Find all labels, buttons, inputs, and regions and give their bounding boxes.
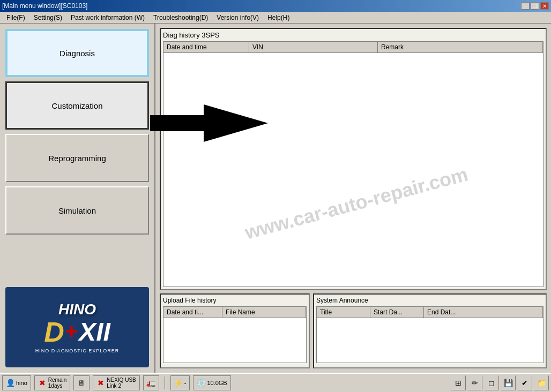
announce-col-end: End Dat... xyxy=(424,307,543,318)
upload-history-table: Date and ti... File Name xyxy=(163,306,307,363)
save-button[interactable]: 💾 xyxy=(501,375,516,390)
system-announce-section: System Announce Title Start Da... End Da… xyxy=(313,293,547,368)
left-panel: Diagnosis Customization Reprogramming Si… xyxy=(0,24,155,373)
hino-brand-text: HINO xyxy=(58,301,96,318)
col-vin-header: VIN xyxy=(249,42,378,52)
usb-label: NEXIQ USB Link 2 xyxy=(107,377,136,389)
taskbar-bolt: ⚡ - xyxy=(170,375,190,390)
col-date-header: Date and time xyxy=(163,42,249,52)
taskbar-divider-1 xyxy=(165,376,165,389)
menu-setting[interactable]: Setting(S) xyxy=(29,13,66,22)
taskbar-monitor: 🖥 xyxy=(73,375,90,390)
check-button[interactable]: ✔ xyxy=(517,375,532,390)
taskbar-usb: ✖ NEXIQ USB Link 2 xyxy=(93,375,139,390)
system-announce-table: Title Start Da... End Dat... xyxy=(316,306,543,363)
taskbar-user: 👤 hino xyxy=(2,375,31,390)
title-bar: [Main menu window][SC0103] − ❒ ✕ xyxy=(0,0,551,12)
menu-bar: File(F) Setting(S) Past work information… xyxy=(0,12,551,24)
upload-history-header: Date and ti... File Name xyxy=(163,307,306,318)
simulation-button[interactable]: Simulation xyxy=(5,186,149,235)
taskbar-username: hino xyxy=(16,380,27,386)
diagnosis-button[interactable]: Diagnosis xyxy=(5,29,149,77)
usb-icon: ✖ xyxy=(96,379,105,387)
dxii-logo: D + XII xyxy=(44,318,110,346)
menu-troubleshooting[interactable]: Troubleshooting(D) xyxy=(149,13,212,22)
diag-history-title: Diag history 3SPS xyxy=(163,31,543,39)
window-controls: − ❒ ✕ xyxy=(521,2,549,10)
upload-history-title: Upload File history xyxy=(163,297,307,304)
menu-file[interactable]: File(F) xyxy=(2,13,29,22)
taskbar-right-icons: ⊞ ✏ ◻ 💾 ✔ 📁 xyxy=(451,375,549,390)
system-announce-header: Title Start Da... End Dat... xyxy=(317,307,543,318)
pencil-button[interactable]: ✏ xyxy=(467,375,482,390)
taskbar: 👤 hino ✖ Remain 1days 🖥 ✖ NEXIQ USB Link… xyxy=(0,373,551,392)
customization-button[interactable]: Customization xyxy=(5,81,149,130)
remain-days-text: Remain 1days xyxy=(48,377,66,389)
taskbar-truck: 🚛 xyxy=(143,375,159,390)
eraser-button[interactable]: ◻ xyxy=(484,375,499,390)
col-remark-header: Remark xyxy=(378,42,543,52)
taskbar-disk: 💿 10.0GB xyxy=(193,375,230,390)
monitor-icon: 🖥 xyxy=(77,379,86,387)
folder-button[interactable]: 📁 xyxy=(534,375,549,390)
announce-col-title: Title xyxy=(317,307,370,318)
dxii-d-letter: D xyxy=(44,318,64,346)
menu-help[interactable]: Help(H) xyxy=(263,13,294,22)
upload-col-file: File Name xyxy=(222,307,306,318)
grid-button[interactable]: ⊞ xyxy=(451,375,466,390)
dxii-ii-letters: XII xyxy=(79,319,110,345)
menu-version-info[interactable]: Version info(V) xyxy=(212,13,263,22)
announce-col-start: Start Da... xyxy=(370,307,424,318)
menu-past-work[interactable]: Past work information (W) xyxy=(66,13,149,22)
minimize-button[interactable]: − xyxy=(521,2,530,10)
diag-history-table: Date and time VIN Remark xyxy=(163,41,543,287)
bolt-icon: ⚡ xyxy=(174,379,183,387)
diag-history-header: Date and time VIN Remark xyxy=(163,42,543,53)
user-icon: 👤 xyxy=(6,379,14,387)
taskbar-remain: ✖ Remain 1days xyxy=(34,375,70,390)
truck-icon: 🚛 xyxy=(147,379,155,387)
main-area: Diagnosis Customization Reprogramming Si… xyxy=(0,24,551,373)
right-panel: Diag history 3SPS Date and time VIN Rema… xyxy=(155,24,551,373)
system-announce-title: System Announce xyxy=(316,297,543,304)
close-button[interactable]: ✕ xyxy=(540,2,549,10)
diag-history-body xyxy=(163,53,543,284)
error-icon: ✖ xyxy=(38,379,47,387)
upload-col-date: Date and ti... xyxy=(163,307,222,318)
hino-logo: HINO D + XII HINO DIAGNOSTIC EXPLORER xyxy=(5,287,149,367)
disk-icon: 💿 xyxy=(197,379,205,387)
upload-history-section: Upload File history Date and ti... File … xyxy=(160,293,310,368)
restore-button[interactable]: ❒ xyxy=(531,2,539,10)
reprogramming-button[interactable]: Reprogramming xyxy=(5,134,149,182)
logo-subtitle: HINO DIAGNOSTIC EXPLORER xyxy=(35,348,120,353)
dxii-cross-symbol: + xyxy=(65,320,78,342)
diag-history-section: Diag history 3SPS Date and time VIN Rema… xyxy=(160,28,547,290)
window-title: [Main menu window][SC0103] xyxy=(2,2,87,10)
disk-size: 10.0GB xyxy=(207,380,227,386)
bolt-separator: - xyxy=(184,380,187,386)
bottom-section: Upload File history Date and ti... File … xyxy=(160,293,547,368)
